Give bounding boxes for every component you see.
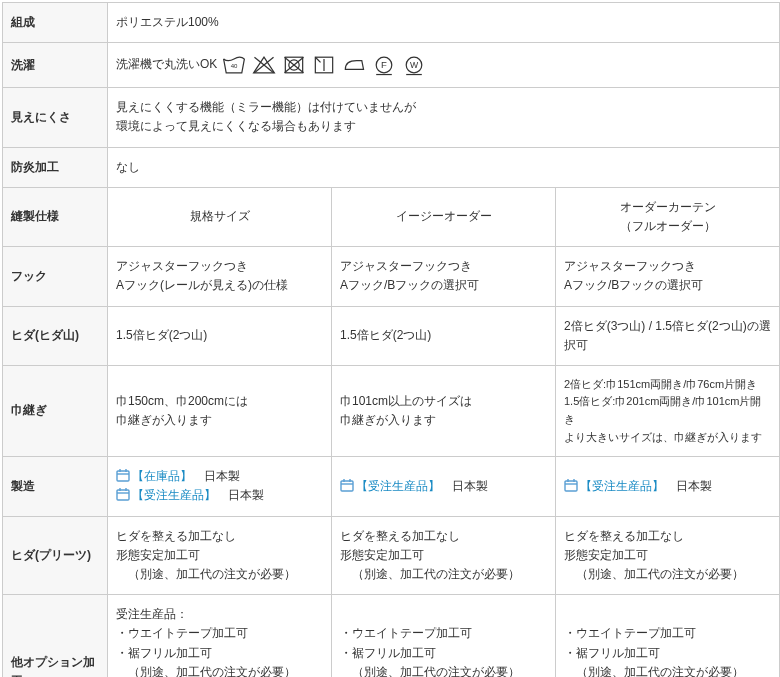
seam-c3: 2倍ヒダ:巾151cm両開き/巾76cm片開き1.5倍ヒダ:巾201cm両開き/… [556,365,780,456]
value-wash: 洗濯機で丸洗いOK 40 F W [108,43,780,88]
row-pleat-mt: ヒダ(ヒダ山) 1.5倍ヒダ(2つ山) 1.5倍ヒダ(2つ山) 2倍ヒダ(3つ山… [3,306,780,365]
options-c1: 受注生産品：・ウエイトテープ加工可・裾フリル加工可 （別途、加工代の注文が必要）… [108,595,332,677]
svg-text:F: F [381,60,387,71]
svg-rect-20 [117,490,129,500]
label-options: 他オプション加工 [3,595,108,677]
label-fireproof: 防炎加工 [3,147,108,187]
svg-rect-28 [565,481,577,491]
svg-text:W: W [410,61,419,71]
col-full: オーダーカーテン （フルオーダー） [556,187,780,246]
row-composition: 組成 ポリエステル100% [3,3,780,43]
row-seam: 巾継ぎ 巾150cm、巾200cmには巾継ぎが入ります 巾101cm以上のサイズ… [3,365,780,456]
manufacture-c3: 【受注生産品】 日本製 [556,457,780,516]
label-wash: 洗濯 [3,43,108,88]
label-composition: 組成 [3,3,108,43]
pleat-proc-c2: ヒダを整える加工なし形態安定加工可 （別途、加工代の注文が必要） [332,516,556,595]
hook-c1: アジャスターフックつきAフック(レールが見える)の仕様 [108,247,332,306]
label-pleat-proc: ヒダ(プリーツ) [3,516,108,595]
wetclean-w-icon: W [401,53,427,77]
order-link[interactable]: 【受注生産品】 [132,488,216,502]
row-wash: 洗濯 洗濯機で丸洗いOK 40 F W [3,43,780,88]
row-opacity: 見えにくさ 見えにくくする機能（ミラー機能）は付けていませんが 環境によって見え… [3,88,780,147]
col-standard: 規格サイズ [108,187,332,246]
col-easy: イージーオーダー [332,187,556,246]
pleat-mt-c2: 1.5倍ヒダ(2つ山) [332,306,556,365]
value-opacity: 見えにくくする機能（ミラー機能）は付けていませんが 環境によって見えにくくなる場… [108,88,780,147]
svg-line-9 [315,57,320,62]
manufacture-c2: 【受注生産品】 日本製 [332,457,556,516]
pleat-proc-c1: ヒダを整える加工なし形態安定加工可 （別途、加工代の注文が必要） [108,516,332,595]
row-fireproof: 防炎加工 なし [3,147,780,187]
calendar-icon [340,478,354,492]
label-spec: 縫製仕様 [3,187,108,246]
care-icons: 40 F W [221,53,427,77]
hook-c2: アジャスターフックつきAフック/Bフックの選択可 [332,247,556,306]
options-c3: ・ウエイトテープ加工可・裾フリル加工可 （別途、加工代の注文が必要）※形態安定と… [556,595,780,677]
calendar-icon [564,478,578,492]
label-manufacture: 製造 [3,457,108,516]
no-bleach-icon [251,53,277,77]
manufacture-c1: 【在庫品】 日本製 【受注生産品】 日本製 [108,457,332,516]
value-composition: ポリエステル100% [108,3,780,43]
dry-shade-icon [311,53,337,77]
label-pleat-mt: ヒダ(ヒダ山) [3,306,108,365]
order-link[interactable]: 【受注生産品】 [356,479,440,493]
calendar-icon [116,487,130,501]
order-link[interactable]: 【受注生産品】 [580,479,664,493]
value-fireproof: なし [108,147,780,187]
row-options: 他オプション加工 受注生産品：・ウエイトテープ加工可・裾フリル加工可 （別途、加… [3,595,780,677]
dryclean-f-icon: F [371,53,397,77]
svg-text:40: 40 [230,64,237,70]
hook-c3: アジャスターフックつきAフック/Bフックの選択可 [556,247,780,306]
pleat-mt-c1: 1.5倍ヒダ(2つ山) [108,306,332,365]
no-tumble-dry-icon [281,53,307,77]
label-opacity: 見えにくさ [3,88,108,147]
row-manufacture: 製造 【在庫品】 日本製 【受注生産品】 日本製 【受注生産品】 日本製 【受注… [3,457,780,516]
stock-link[interactable]: 【在庫品】 [132,469,192,483]
pleat-proc-c3: ヒダを整える加工なし形態安定加工可 （別途、加工代の注文が必要） [556,516,780,595]
pleat-mt-c3: 2倍ヒダ(3つ山) / 1.5倍ヒダ(2つ山)の選択可 [556,306,780,365]
row-hook: フック アジャスターフックつきAフック(レールが見える)の仕様 アジャスターフッ… [3,247,780,306]
row-spec-header: 縫製仕様 規格サイズ イージーオーダー オーダーカーテン （フルオーダー） [3,187,780,246]
svg-rect-16 [117,471,129,481]
iron-icon [341,53,367,77]
row-pleat-proc: ヒダ(プリーツ) ヒダを整える加工なし形態安定加工可 （別途、加工代の注文が必要… [3,516,780,595]
seam-c1: 巾150cm、巾200cmには巾継ぎが入ります [108,365,332,456]
spec-table: 組成 ポリエステル100% 洗濯 洗濯機で丸洗いOK 40 F W 見えにくさ … [2,2,780,677]
seam-c2: 巾101cm以上のサイズは巾継ぎが入ります [332,365,556,456]
label-hook: フック [3,247,108,306]
calendar-icon [116,468,130,482]
options-c2: ・ウエイトテープ加工可・裾フリル加工可 （別途、加工代の注文が必要）※形態安定と… [332,595,556,677]
wash-machine-icon: 40 [221,53,247,77]
svg-rect-24 [341,481,353,491]
label-seam: 巾継ぎ [3,365,108,456]
